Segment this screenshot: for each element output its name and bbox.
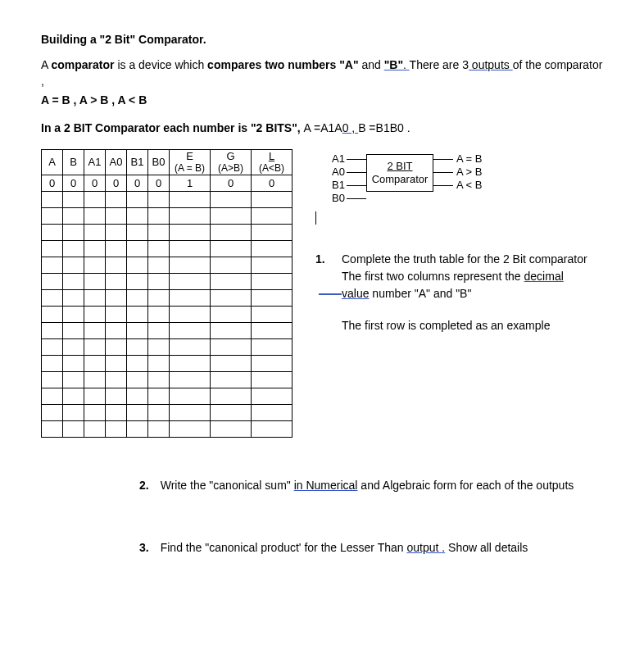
pin-out-gt: A > B [456,166,482,178]
table-row [42,322,293,338]
table-row: 00 00 00 100 [42,175,293,191]
th-g: G (A>B) [211,150,252,175]
table-row [42,404,293,420]
th-a0: A0 [106,150,127,175]
table-row [42,388,293,404]
pin-in-b0: B0 [325,192,345,204]
th-a: A [42,150,63,175]
table-row [42,289,293,306]
table-row [42,224,293,240]
pin-in-a0: A0 [325,166,345,178]
th-l: L (A<B) [252,150,293,175]
intro-line-2: A = B , A > B , A < B [41,93,603,109]
th-e: E (A = B) [170,150,211,175]
text-cursor-icon [315,211,316,225]
question-2: 2. Write the "canonical sum" in Numerica… [139,479,603,492]
table-row [42,420,293,437]
table-row [42,306,293,322]
truth-table: A B A1 A0 B1 B0 E (A = B) G (A>B) L (A<B… [41,149,293,437]
th-b1: B1 [127,150,148,175]
th-a1: A1 [84,150,106,175]
table-row [42,273,293,289]
page-title: Building a "2 Bit" Comparator. [41,33,603,46]
table-row [42,355,293,371]
table-row [42,257,293,273]
table-row [42,338,293,355]
truth-table-body: 00 00 00 100 [42,175,293,437]
th-b: B [63,150,84,175]
th-b0: B0 [148,150,170,175]
table-row [42,191,293,207]
pin-in-a1: A1 [325,152,345,165]
comparator-diagram: 2 BIT Comparator A1 A0 B1 B0 A = B A > B… [315,149,509,231]
question-1: 1. Complete the truth table for the 2 Bi… [315,251,603,334]
pin-out-eq: A = B [456,152,482,165]
pin-out-lt: A < B [456,179,482,191]
intro-line-1: A comparator is a device which compares … [41,57,603,89]
pin-in-b1: B1 [325,179,345,191]
table-row [42,207,293,224]
comparator-rect: 2 BIT Comparator [366,154,433,192]
intro-line-3: In a 2 BIT Comparator each number is "2 … [41,120,603,137]
table-row [42,240,293,257]
question-3: 3. Find the "canonical product' for the … [139,541,603,554]
table-row [42,371,293,388]
